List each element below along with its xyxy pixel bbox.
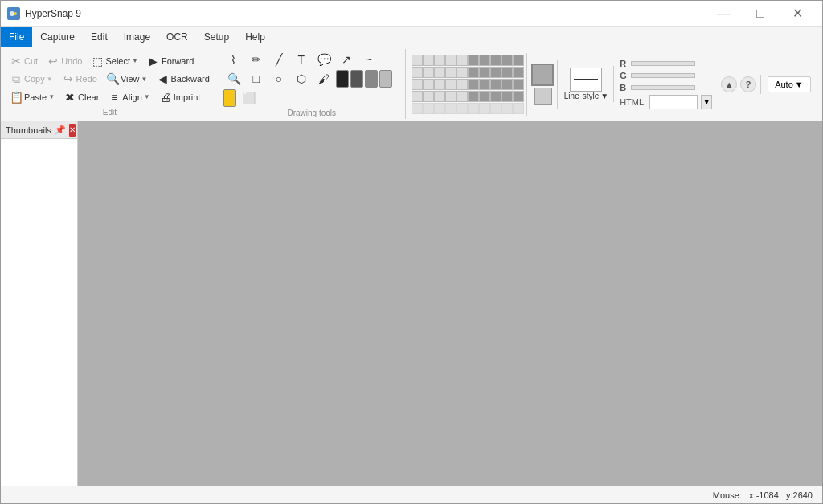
align-button[interactable]: ≡ Align ▼ <box>104 88 154 106</box>
palette-cell[interactable] <box>490 67 502 78</box>
menu-edit[interactable]: Edit <box>83 27 116 47</box>
palette-cell[interactable] <box>412 79 423 90</box>
lasso-tool[interactable]: ⌇ <box>223 51 244 68</box>
pen-tool[interactable]: ✏ <box>246 51 267 68</box>
palette-cell[interactable] <box>457 67 468 78</box>
palette-cell[interactable] <box>513 55 524 66</box>
palette-cell[interactable] <box>479 67 490 78</box>
background-color[interactable] <box>534 88 552 105</box>
palette-cell[interactable] <box>502 103 513 114</box>
palette-cell[interactable] <box>468 91 479 102</box>
palette-cell[interactable] <box>434 55 445 66</box>
forward-button[interactable]: ▶ Forward <box>143 52 198 70</box>
palette-cell[interactable] <box>423 79 434 90</box>
undo-button[interactable]: ↩ Undo <box>43 52 86 70</box>
minimize-button[interactable]: — <box>705 1 742 27</box>
g-slider[interactable] <box>631 73 695 78</box>
menu-help[interactable]: Help <box>237 27 273 47</box>
line-tool[interactable]: ╱ <box>268 51 289 68</box>
palette-cell[interactable] <box>412 55 423 66</box>
palette-cell[interactable] <box>479 103 490 114</box>
copy-button[interactable]: ⧉ Copy ▼ <box>6 70 57 88</box>
b-slider[interactable] <box>631 85 695 90</box>
palette-cell[interactable] <box>513 79 524 90</box>
palette-cell[interactable] <box>445 55 457 66</box>
r-slider[interactable] <box>631 61 695 66</box>
paste-button[interactable]: 📋 Paste ▼ <box>6 88 59 106</box>
palette-cell[interactable] <box>423 103 434 114</box>
palette-cell[interactable] <box>502 91 513 102</box>
menu-capture[interactable]: Capture <box>32 27 83 47</box>
view-button[interactable]: 🔍 View ▼ <box>102 70 152 88</box>
line-style-button[interactable]: Line style ▼ <box>564 92 608 100</box>
palette-cell[interactable] <box>434 67 445 78</box>
html-input[interactable] <box>649 95 698 109</box>
palette-cell[interactable] <box>457 55 468 66</box>
palette-cell[interactable] <box>513 103 524 114</box>
menu-setup[interactable]: Setup <box>196 27 237 47</box>
callout-tool[interactable]: 💬 <box>313 51 334 68</box>
palette-cell[interactable] <box>468 55 479 66</box>
palette-cell[interactable] <box>490 103 502 114</box>
palette-cell[interactable] <box>445 79 457 90</box>
palette-cell[interactable] <box>490 79 502 90</box>
palette-cell[interactable] <box>502 67 513 78</box>
palette-cell[interactable] <box>434 103 445 114</box>
canvas-area[interactable] <box>78 121 822 486</box>
rect-tool[interactable]: □ <box>246 70 267 88</box>
palette-cell[interactable] <box>468 103 479 114</box>
palette-cell[interactable] <box>513 67 524 78</box>
menu-ocr[interactable]: OCR <box>158 27 196 47</box>
palette-cell[interactable] <box>412 103 423 114</box>
close-button[interactable]: ✕ <box>779 1 816 27</box>
palette-cell[interactable] <box>423 67 434 78</box>
thumbnails-close-button[interactable]: ✕ <box>69 124 76 137</box>
palette-cell[interactable] <box>479 79 490 90</box>
black-swatch[interactable] <box>336 70 349 88</box>
polygon-tool[interactable]: ⬡ <box>291 70 312 88</box>
gray-swatch[interactable] <box>365 70 378 88</box>
menu-image[interactable]: Image <box>116 27 158 47</box>
palette-cell[interactable] <box>423 91 434 102</box>
palette-cell[interactable] <box>468 79 479 90</box>
cut-button[interactable]: ✂ Cut <box>6 52 42 70</box>
select-button[interactable]: ⬚ Select ▼ <box>87 52 142 70</box>
dark-gray-swatch[interactable] <box>350 70 363 88</box>
palette-cell[interactable] <box>412 91 423 102</box>
palette-cell[interactable] <box>479 91 490 102</box>
auto-button[interactable]: Auto ▼ <box>768 76 811 92</box>
foreground-color[interactable] <box>531 64 554 86</box>
palette-cell[interactable] <box>502 55 513 66</box>
brush-tool[interactable]: 🖌 <box>313 70 334 88</box>
yellow-swatch[interactable] <box>223 89 236 107</box>
help-button[interactable]: ? <box>740 76 756 92</box>
palette-cell[interactable] <box>457 91 468 102</box>
palette-cell[interactable] <box>423 55 434 66</box>
backward-button[interactable]: ◀ Backward <box>152 70 213 88</box>
light-gray-swatch[interactable] <box>379 70 392 88</box>
maximize-button[interactable]: □ <box>742 1 779 27</box>
palette-cell[interactable] <box>468 67 479 78</box>
palette-cell[interactable] <box>434 91 445 102</box>
palette-cell[interactable] <box>490 91 502 102</box>
palette-cell[interactable] <box>445 91 457 102</box>
oval-tool[interactable]: ○ <box>268 70 289 88</box>
clear-button[interactable]: ✖ Clear <box>59 88 103 106</box>
curve-tool[interactable]: ~ <box>358 51 379 68</box>
palette-cell[interactable] <box>479 55 490 66</box>
palette-cell[interactable] <box>490 55 502 66</box>
palette-cell[interactable] <box>457 103 468 114</box>
menu-file[interactable]: File <box>1 27 32 47</box>
arrow-tool[interactable]: ↗ <box>336 51 357 68</box>
info-button[interactable]: ▲ <box>721 76 737 92</box>
eraser-tool[interactable]: ⬜ <box>238 89 259 107</box>
palette-cell[interactable] <box>445 67 457 78</box>
text-tool[interactable]: T <box>291 51 312 68</box>
palette-cell[interactable] <box>445 103 457 114</box>
palette-cell[interactable] <box>434 79 445 90</box>
thumbnails-pin-button[interactable]: 📌 <box>55 124 66 137</box>
html-dropdown-button[interactable]: ▼ <box>701 95 712 109</box>
imprint-button[interactable]: 🖨 Imprint <box>155 88 205 106</box>
magnify-tool[interactable]: 🔍 <box>223 70 244 88</box>
redo-button[interactable]: ↪ Redo <box>58 70 101 88</box>
